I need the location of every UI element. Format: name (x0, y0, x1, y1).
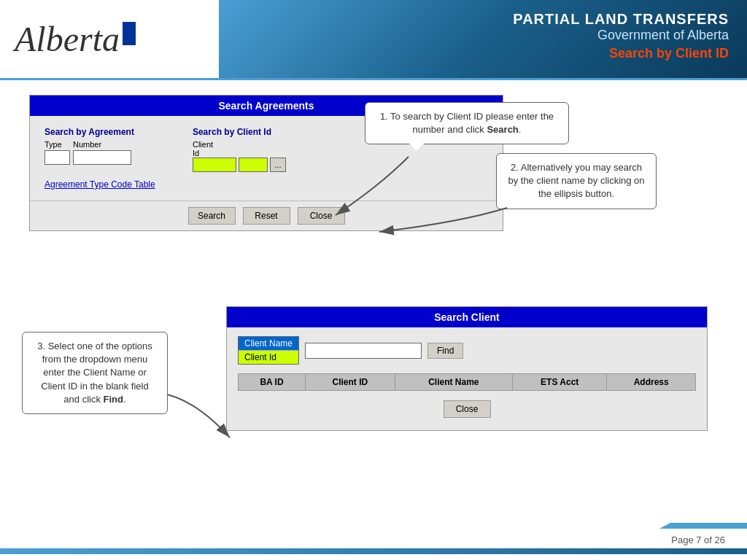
callout1-text2: . (519, 124, 522, 135)
col-client-name: Client Name (395, 374, 512, 391)
header: Alberta PARTIAL LAND TRANSFERS Governmen… (0, 0, 747, 80)
table-header-row: BA ID Client ID Client Name ETS Acct Add… (239, 374, 696, 391)
callout1-text1: 1. To search by Client ID please enter t… (380, 111, 554, 135)
client-id-input1[interactable] (193, 158, 236, 172)
number-label: Number (73, 140, 131, 149)
callout3-text1: 3. Select one of the options from the dr… (37, 341, 152, 405)
dropdown-option-id[interactable]: Client Id (239, 351, 298, 364)
header-right: PARTIAL LAND TRANSFERS Government of Alb… (219, 0, 747, 78)
callout1: 1. To search by Client ID please enter t… (365, 102, 569, 144)
client-dropdown[interactable]: Client Name Client Id (238, 336, 299, 365)
agreement-fields (44, 150, 134, 165)
close-button[interactable]: Close (298, 207, 345, 225)
field-labels: Type Number (44, 140, 134, 149)
page-number: Page 7 of 26 (671, 534, 725, 545)
search-client-body: Client Name Client Id Find BA ID Client … (227, 327, 707, 430)
logo-text: Alberta (15, 19, 120, 59)
client-id-fields: ... (193, 158, 286, 172)
search-by-agreement-label: Search by Agreement (44, 127, 134, 137)
col-client-id: Client ID (305, 374, 395, 391)
logo-area: Alberta (0, 0, 219, 78)
callout3-bold: Find (104, 394, 123, 405)
col-ets-acct: ETS Acct (513, 374, 607, 391)
logo-flag (123, 22, 136, 45)
callout3: 3. Select one of the options from the dr… (22, 332, 168, 414)
client-id-field-label-row: Client Id (193, 140, 286, 158)
client-panel-footer: Close (238, 397, 696, 421)
client-id-input2[interactable] (239, 158, 268, 172)
client-search-input[interactable] (305, 343, 422, 359)
col-ba-id: BA ID (239, 374, 306, 391)
client-close-button[interactable]: Close (444, 400, 491, 418)
callout2: 2. Alternatively you may search by the c… (496, 153, 657, 209)
agreement-number-input[interactable] (73, 150, 131, 165)
results-table: BA ID Client ID Client Name ETS Acct Add… (238, 373, 696, 391)
header-title1: PARTIAL LAND TRANSFERS (513, 11, 729, 28)
search-client-title: Search Client (227, 307, 707, 327)
search-client-panel: Search Client Client Name Client Id Find… (226, 306, 708, 431)
search-agreements-footer: Search Reset Close (30, 201, 503, 230)
header-title2: Government of Alberta (597, 28, 729, 43)
agreement-type-input[interactable] (44, 150, 70, 165)
search-by-agreement-section: Search by Agreement Type Number (44, 127, 134, 172)
dropdown-option-name[interactable]: Client Name (239, 337, 298, 351)
header-subtitle: Search by Client ID (609, 46, 729, 61)
search-button[interactable]: Search (188, 207, 236, 225)
reset-button[interactable]: Reset (243, 207, 290, 225)
client-id-label: Client Id (193, 140, 218, 158)
callout3-text2: . (123, 394, 126, 405)
find-button[interactable]: Find (427, 343, 463, 359)
bottom-bar-accent (659, 523, 747, 529)
client-search-row: Client Name Client Id Find (238, 336, 696, 365)
agreement-type-code-link[interactable]: Agreement Type Code Table (44, 179, 488, 190)
search-by-client-label: Search by Client Id (193, 127, 286, 137)
col-address: Address (607, 374, 696, 391)
bottom-bar (0, 548, 747, 554)
type-label: Type (44, 140, 70, 149)
callout1-bold: Search (487, 124, 518, 135)
ellipsis-button[interactable]: ... (270, 158, 286, 172)
callout2-text: 2. Alternatively you may search by the c… (508, 162, 644, 199)
search-by-client-section: Search by Client Id Client Id ... (193, 127, 286, 172)
